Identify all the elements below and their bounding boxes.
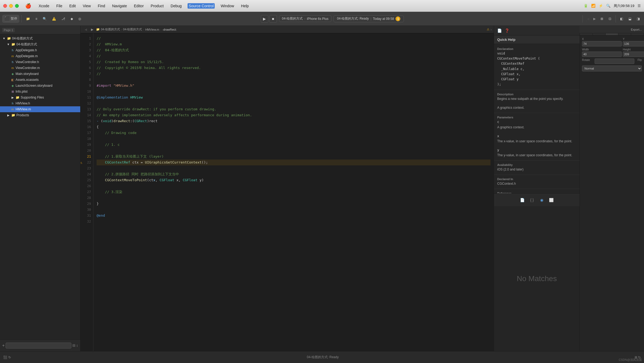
search-button[interactable]: 🔍 xyxy=(41,16,49,22)
breadcrumb-current[interactable]: -drawRect: xyxy=(162,28,177,31)
wh-row: Width Height xyxy=(582,48,642,57)
code-line-14: // An empty implementation adversely aff… xyxy=(97,112,491,118)
menu-find[interactable]: Find xyxy=(97,3,106,9)
menu-file[interactable]: File xyxy=(55,3,64,9)
line-3: 3 xyxy=(80,47,93,53)
bluetooth-icon: ⚡ xyxy=(599,4,603,8)
version-editor-btn[interactable]: ⊡ xyxy=(606,16,613,22)
param-c: c xyxy=(497,119,576,125)
file-icon-m: m xyxy=(11,55,14,58)
sidebar-item-appdelegate-m[interactable]: m AppDelegate.m xyxy=(0,53,80,59)
file-nav-button[interactable]: 📁 xyxy=(24,16,32,22)
notification-icon[interactable]: ☰ xyxy=(638,4,641,8)
location-button[interactable]: ◎ xyxy=(76,16,83,22)
close-button[interactable] xyxy=(3,4,7,8)
add-file-icon[interactable]: + xyxy=(2,343,5,348)
code-line-21: // 1.获取当天绘图上下文 (layer) xyxy=(97,154,491,159)
height-field-input[interactable] xyxy=(623,52,644,57)
back-arrow[interactable]: ◀ xyxy=(585,16,591,22)
sidebar-item-group[interactable]: ▼ 📁 04-绘图的方式 xyxy=(0,41,80,47)
quick-help-btn active[interactable]: ❓ xyxy=(504,27,510,34)
line-27: 27 xyxy=(80,189,93,195)
sidebar-search-input[interactable] xyxy=(6,343,71,349)
scheme-selector[interactable]: 04-绘图的方式 › iPhone 6s Plus xyxy=(279,15,331,22)
pipe-sep: | xyxy=(371,17,371,21)
breadcrumb-item-2[interactable]: 04-绘图的方式 xyxy=(123,27,142,31)
breadcrumb-forward[interactable]: ▶ xyxy=(89,27,95,32)
height-field-label: Height xyxy=(623,48,644,51)
menu-help[interactable]: Help xyxy=(240,3,250,9)
git-button[interactable]: ⎇ xyxy=(59,16,67,22)
sidebar-item-launchscreen[interactable]: ◈ LaunchScreen.storyboard xyxy=(0,83,80,89)
code-content[interactable]: // // HMView.m // 04-绘图的方式 // // Created… xyxy=(93,33,494,351)
file-inspector-btn[interactable]: 📄 xyxy=(496,27,503,34)
utilities-toggle[interactable]: ◨ xyxy=(635,16,642,22)
breadcrumb-next-icon[interactable]: › xyxy=(491,28,492,31)
no-matches-text: No Matches xyxy=(517,274,557,283)
plist-icon: ⊞ xyxy=(11,90,14,93)
export-label[interactable]: Export... xyxy=(631,28,642,31)
editor-mode-icon[interactable]: ⬛ xyxy=(3,355,7,359)
navigator-toggle[interactable]: ◧ xyxy=(618,16,625,22)
sidebar-item-hmview-m[interactable]: m HMView.m xyxy=(0,106,80,112)
sidebar-item-infoplist[interactable]: ⊞ Info.plist xyxy=(0,89,80,95)
line-20: 20 xyxy=(80,148,93,154)
qh-footer-btn-3[interactable]: ◉ xyxy=(539,197,545,203)
menu-navigate[interactable]: Navigate xyxy=(111,3,128,9)
debug-toggle[interactable]: ⬓ xyxy=(626,16,634,22)
sidebar-item-label-assets: Assets.xcassets xyxy=(16,78,39,82)
toolbar-sep-3 xyxy=(616,15,616,23)
rotate-input[interactable] xyxy=(595,59,634,64)
sidebar-item-assets[interactable]: ◧ Assets.xcassets xyxy=(0,77,80,83)
menu-source-control[interactable]: Source Control xyxy=(188,3,215,9)
sidebar-item-label-group: 04-绘图的方式 xyxy=(16,42,37,47)
toolbar-separator-1 xyxy=(21,15,22,23)
sidebar-item-hmview-h[interactable]: h HMView.h xyxy=(0,100,80,106)
play-button[interactable]: ▶ xyxy=(261,15,268,23)
hierarchy-button[interactable]: ≡ xyxy=(33,16,39,22)
search-icon[interactable]: 🔍 xyxy=(606,4,610,8)
stop-button-area[interactable]: ⬛ 暂停 xyxy=(2,15,19,23)
normal-select[interactable]: Normal xyxy=(582,66,642,71)
sidebar-item-root[interactable]: ▼ 📁 04-绘图的方式 xyxy=(0,35,80,41)
qh-footer-btn-4[interactable]: ⬜ xyxy=(548,197,555,203)
assistant-editor-btn[interactable]: ⊞ xyxy=(598,16,605,22)
apple-menu[interactable]: 🍎 xyxy=(25,3,31,9)
minimize-button[interactable] xyxy=(9,4,13,8)
build-status[interactable]: 04-绘图的方式: Ready | Today at 09:58 1 xyxy=(334,15,404,22)
menu-xcode[interactable]: Xcode xyxy=(38,3,50,9)
menu-product[interactable]: Product xyxy=(150,3,165,9)
sidebar-item-main-storyboard[interactable]: ◈ Main.storyboard xyxy=(0,71,80,77)
width-field-input[interactable] xyxy=(582,52,622,57)
qh-footer-btn-2[interactable]: { } xyxy=(529,197,535,203)
menu-debug[interactable]: Debug xyxy=(170,3,183,9)
breadcrumb-item-1[interactable]: 04-绘图的方式 xyxy=(101,27,120,31)
menu-edit[interactable]: Edit xyxy=(68,3,77,9)
editor-mode-btn[interactable]: ⬛ ↻ xyxy=(3,355,11,359)
nav-arrows: ◀ ▶ xyxy=(585,16,597,22)
breadcrumb-item-3[interactable]: HMView.m xyxy=(145,28,159,31)
stop-run-button[interactable]: ■ xyxy=(269,15,277,23)
menu-view[interactable]: View xyxy=(82,3,92,9)
menu-window[interactable]: Window xyxy=(219,3,235,9)
sidebar-item-viewcontroller-h[interactable]: h ViewController.h xyxy=(0,59,80,65)
maximize-button[interactable] xyxy=(15,4,19,8)
editor-jump-icon[interactable]: ↻ xyxy=(8,355,11,359)
breadcrumb-root-icon: 📁 xyxy=(96,28,100,31)
x-field-input[interactable] xyxy=(582,41,622,46)
breadcrumb-back[interactable]: ◀ xyxy=(83,27,89,32)
breakpoint-button[interactable]: ◆ xyxy=(68,16,75,22)
sidebar-item-appdelegate-h[interactable]: h AppDelegate.h xyxy=(0,47,80,53)
sidebar-item-viewcontroller-m[interactable]: m ViewController.m xyxy=(0,65,80,71)
sidebar-item-supporting[interactable]: ▶ 📁 Supporting Files xyxy=(0,95,80,100)
qh-footer-btn-1[interactable]: 📄 xyxy=(519,197,526,203)
filter-icon[interactable]: ⊟ xyxy=(72,343,75,347)
forward-arrow[interactable]: ▶ xyxy=(591,16,597,22)
menu-editor[interactable]: Editor xyxy=(133,3,145,9)
sort-icon[interactable]: ↕ xyxy=(76,343,78,347)
y-field-input[interactable] xyxy=(623,41,644,46)
code-line-30 xyxy=(97,207,491,213)
sidebar-item-products[interactable]: ▶ 📁 Products xyxy=(0,112,80,118)
warning-button[interactable]: ⚠️ xyxy=(50,16,58,22)
inspector-panel: ⊟ ✦ ⊞ ↔ ⚡ X Y Width xyxy=(580,26,644,351)
